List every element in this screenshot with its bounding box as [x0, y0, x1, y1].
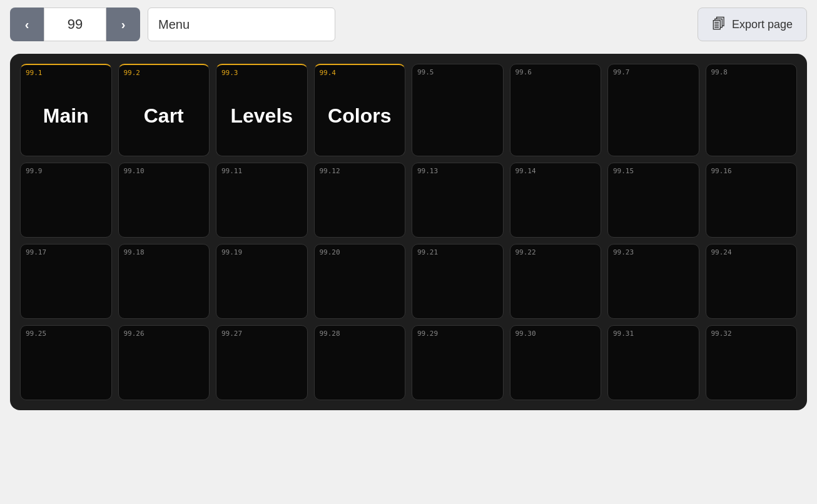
- grid-cell[interactable]: 99.29: [412, 325, 504, 400]
- cell-label: 99.16: [711, 167, 792, 175]
- grid-cell[interactable]: 99.13: [412, 163, 504, 238]
- cell-label: 99.25: [26, 330, 106, 338]
- grid-cell[interactable]: 99.25: [20, 325, 112, 400]
- cell-label: 99.2: [124, 69, 205, 77]
- cell-label: 99.15: [613, 167, 694, 175]
- grid-cell[interactable]: 99.12: [314, 163, 406, 238]
- grid-container: 99.1Main99.2Cart99.3Levels99.4Colors99.5…: [10, 54, 807, 410]
- grid-cell[interactable]: 99.6: [510, 64, 602, 156]
- cell-label: 99.22: [515, 248, 596, 256]
- grid-cell[interactable]: 99.1Main: [20, 64, 112, 156]
- grid-cell[interactable]: 99.9: [20, 163, 112, 238]
- cell-label: 99.23: [613, 248, 694, 256]
- grid-cell[interactable]: 99.7: [607, 64, 699, 156]
- cell-label: 99.19: [221, 248, 302, 256]
- cell-label: 99.13: [417, 167, 498, 175]
- grid-cell[interactable]: 99.30: [510, 325, 602, 400]
- grid-cell[interactable]: 99.15: [607, 163, 699, 238]
- next-icon: ›: [121, 18, 126, 32]
- cell-label: 99.9: [26, 167, 106, 175]
- cell-label: 99.1: [26, 69, 106, 77]
- grid-cell[interactable]: 99.23: [607, 244, 699, 319]
- grid-cell[interactable]: 99.14: [510, 163, 602, 238]
- cell-label: 99.5: [417, 68, 498, 76]
- grid-cell[interactable]: 99.2Cart: [118, 64, 210, 156]
- cell-label: 99.7: [613, 68, 694, 76]
- cell-grid: 99.1Main99.2Cart99.3Levels99.4Colors99.5…: [20, 64, 797, 400]
- grid-cell[interactable]: 99.21: [412, 244, 504, 319]
- cell-label: 99.3: [221, 69, 302, 77]
- cell-label: 99.17: [26, 248, 106, 256]
- cell-content: Main: [26, 79, 106, 152]
- export-icon: 🗐: [712, 16, 726, 33]
- cell-label: 99.29: [417, 330, 498, 338]
- cell-label: 99.18: [124, 248, 205, 256]
- cell-content: Cart: [124, 79, 205, 152]
- menu-label: Menu: [148, 8, 335, 41]
- next-button[interactable]: ›: [106, 8, 140, 41]
- cell-label: 99.20: [320, 248, 400, 256]
- grid-cell[interactable]: 99.31: [607, 325, 699, 400]
- grid-cell[interactable]: 99.28: [314, 325, 406, 400]
- grid-cell[interactable]: 99.19: [216, 244, 308, 319]
- cell-label: 99.12: [320, 167, 400, 175]
- cell-label: 99.11: [221, 167, 302, 175]
- grid-cell[interactable]: 99.16: [706, 163, 798, 238]
- grid-cell[interactable]: 99.32: [706, 325, 798, 400]
- grid-cell[interactable]: 99.18: [118, 244, 210, 319]
- grid-cell[interactable]: 99.17: [20, 244, 112, 319]
- export-button[interactable]: 🗐 Export page: [698, 8, 807, 41]
- prev-button[interactable]: ‹: [10, 8, 44, 41]
- cell-label: 99.32: [711, 330, 792, 338]
- grid-cell[interactable]: 99.10: [118, 163, 210, 238]
- cell-label: 99.14: [515, 167, 596, 175]
- cell-label: 99.30: [515, 330, 596, 338]
- cell-label: 99.8: [711, 68, 792, 76]
- prev-icon: ‹: [25, 18, 29, 32]
- cell-label: 99.10: [124, 167, 205, 175]
- grid-cell[interactable]: 99.27: [216, 325, 308, 400]
- cell-label: 99.21: [417, 248, 498, 256]
- cell-label: 99.4: [320, 69, 400, 77]
- cell-label: 99.24: [711, 248, 792, 256]
- cell-content: Colors: [320, 79, 400, 152]
- cell-label: 99.27: [221, 330, 302, 338]
- cell-label: 99.6: [515, 68, 596, 76]
- grid-cell[interactable]: 99.20: [314, 244, 406, 319]
- grid-cell[interactable]: 99.4Colors: [314, 64, 406, 156]
- grid-cell[interactable]: 99.22: [510, 244, 602, 319]
- cell-label: 99.26: [124, 330, 205, 338]
- top-bar: ‹ 99 › Menu 🗐 Export page: [0, 0, 817, 49]
- grid-cell[interactable]: 99.8: [706, 64, 798, 156]
- export-label: Export page: [732, 18, 793, 31]
- grid-cell[interactable]: 99.3Levels: [216, 64, 308, 156]
- grid-cell[interactable]: 99.5: [412, 64, 504, 156]
- cell-label: 99.31: [613, 330, 694, 338]
- grid-cell[interactable]: 99.24: [706, 244, 798, 319]
- grid-cell[interactable]: 99.11: [216, 163, 308, 238]
- cell-content: Levels: [221, 79, 302, 152]
- cell-label: 99.28: [320, 330, 400, 338]
- grid-cell[interactable]: 99.26: [118, 325, 210, 400]
- page-number: 99: [44, 8, 106, 41]
